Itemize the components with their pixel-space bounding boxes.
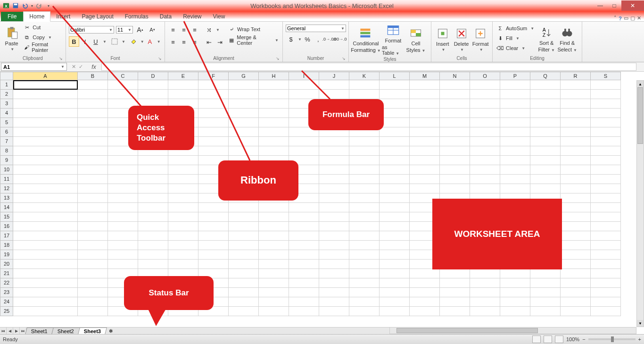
cell[interactable] — [561, 193, 591, 203]
cell[interactable] — [78, 203, 108, 212]
row-header[interactable]: 18 — [0, 241, 13, 250]
decrease-indent-button[interactable]: ⇤ — [204, 37, 214, 47]
cell[interactable] — [108, 212, 138, 222]
cell[interactable] — [349, 80, 380, 90]
cell[interactable] — [259, 127, 289, 137]
cell[interactable] — [349, 184, 380, 193]
tab-home[interactable]: Home — [23, 11, 50, 22]
cell[interactable] — [470, 175, 500, 184]
cell[interactable] — [380, 231, 410, 241]
number-format-select[interactable]: General▼ — [286, 25, 346, 32]
cell[interactable] — [591, 99, 621, 109]
cell[interactable] — [530, 80, 561, 90]
hscroll-thumb[interactable] — [396, 328, 538, 333]
cell[interactable] — [349, 137, 380, 146]
cell[interactable] — [78, 250, 108, 260]
clipboard-dialog-launcher-icon[interactable]: ↘ — [59, 56, 63, 61]
column-header[interactable]: H — [259, 72, 289, 80]
normal-view-button[interactable] — [532, 336, 541, 343]
cell[interactable] — [259, 307, 289, 316]
cell[interactable] — [380, 203, 410, 212]
cell[interactable] — [440, 90, 470, 99]
cell[interactable] — [591, 260, 621, 269]
cell[interactable] — [168, 231, 198, 241]
increase-indent-button[interactable]: ⇥ — [215, 37, 225, 47]
cell[interactable] — [561, 250, 591, 260]
cell[interactable] — [259, 231, 289, 241]
cell[interactable] — [138, 260, 168, 269]
row-header[interactable]: 1 — [0, 80, 13, 90]
cell[interactable] — [380, 250, 410, 260]
clear-button[interactable]: ⌫Clear▼ — [495, 43, 535, 53]
cell[interactable] — [108, 90, 138, 99]
fill-color-button[interactable] — [128, 36, 139, 47]
cell[interactable] — [78, 137, 108, 146]
cell[interactable] — [259, 260, 289, 269]
excel-icon[interactable]: X — [2, 1, 10, 10]
cell[interactable] — [470, 127, 500, 137]
cell[interactable] — [78, 175, 108, 184]
cell[interactable] — [470, 156, 500, 165]
cell[interactable] — [410, 165, 440, 175]
cell[interactable] — [591, 241, 621, 250]
cell[interactable] — [319, 137, 349, 146]
cell[interactable] — [319, 269, 349, 278]
cell[interactable] — [591, 297, 621, 307]
cell[interactable] — [13, 297, 78, 307]
cell[interactable] — [410, 109, 440, 118]
cell[interactable] — [78, 222, 108, 231]
cell[interactable] — [198, 80, 229, 90]
cell[interactable] — [78, 80, 108, 90]
undo-dropdown-icon[interactable]: ▼ — [30, 1, 34, 10]
copy-button[interactable]: ⧉Copy▼ — [22, 33, 63, 42]
cell[interactable] — [440, 99, 470, 109]
column-header[interactable]: F — [198, 72, 229, 80]
cell[interactable] — [289, 297, 319, 307]
column-header[interactable]: C — [108, 72, 138, 80]
cell[interactable] — [168, 165, 198, 175]
cell[interactable] — [440, 80, 470, 90]
cell[interactable] — [78, 231, 108, 241]
cell[interactable] — [380, 127, 410, 137]
row-header[interactable]: 6 — [0, 127, 13, 137]
cell[interactable] — [561, 278, 591, 288]
cell[interactable] — [440, 156, 470, 165]
cell[interactable] — [13, 212, 78, 222]
cell[interactable] — [561, 212, 591, 222]
cell[interactable] — [319, 250, 349, 260]
cell[interactable] — [530, 175, 561, 184]
namebox-dropdown-icon[interactable]: ▼ — [61, 65, 65, 69]
cell[interactable] — [229, 260, 259, 269]
row-header[interactable]: 12 — [0, 184, 13, 193]
row-header[interactable]: 21 — [0, 269, 13, 278]
cell[interactable] — [410, 127, 440, 137]
cell[interactable] — [500, 127, 530, 137]
cell[interactable] — [561, 297, 591, 307]
cell[interactable] — [470, 184, 500, 193]
cell[interactable] — [410, 184, 440, 193]
cell[interactable] — [229, 146, 259, 156]
cell[interactable] — [591, 288, 621, 297]
cell[interactable] — [440, 118, 470, 127]
cell[interactable] — [591, 165, 621, 175]
scroll-down-icon[interactable]: ▼ — [637, 320, 644, 327]
window-restore2-icon[interactable]: ▢ — [630, 15, 635, 21]
cell[interactable] — [259, 99, 289, 109]
cell[interactable] — [13, 288, 78, 297]
cell[interactable] — [108, 80, 138, 90]
cell[interactable] — [138, 250, 168, 260]
cell[interactable] — [530, 288, 561, 297]
cell[interactable] — [440, 109, 470, 118]
align-bottom-button[interactable]: ≡ — [190, 25, 200, 35]
cell[interactable] — [440, 127, 470, 137]
cell[interactable] — [530, 118, 561, 127]
column-header[interactable]: P — [500, 72, 530, 80]
cell[interactable] — [440, 165, 470, 175]
cell[interactable] — [500, 288, 530, 297]
cell[interactable] — [198, 231, 229, 241]
cell[interactable] — [198, 146, 229, 156]
cell[interactable] — [561, 203, 591, 212]
cell[interactable] — [168, 222, 198, 231]
cell[interactable] — [591, 156, 621, 165]
sheet-tab-3[interactable]: Sheet3 — [78, 327, 107, 335]
